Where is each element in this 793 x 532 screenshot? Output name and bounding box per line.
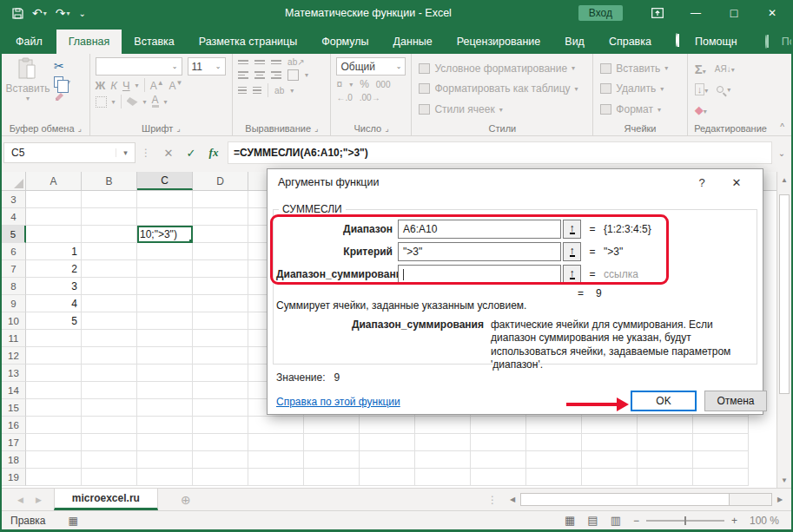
cell-A11[interactable] xyxy=(26,330,82,347)
horizontal-scroll-thumb[interactable] xyxy=(521,494,730,505)
cell-C7[interactable] xyxy=(137,260,193,278)
row-header-3[interactable]: 3 xyxy=(2,191,26,208)
increase-indent-icon[interactable] xyxy=(253,87,261,95)
cell-B17[interactable] xyxy=(82,434,137,451)
new-sheet-icon[interactable]: ⊕ xyxy=(158,489,214,510)
criteria-input[interactable]: ">3" xyxy=(398,242,561,261)
autosum-button[interactable]: Σ▾ xyxy=(695,62,706,76)
horizontal-scroll-track[interactable] xyxy=(520,493,772,506)
align-top-icon[interactable] xyxy=(238,60,248,64)
cell-C4[interactable] xyxy=(137,208,193,226)
name-box-dropdown-icon[interactable]: ▾ xyxy=(116,148,135,157)
cell-A14[interactable] xyxy=(26,382,82,399)
cell-B11[interactable] xyxy=(82,330,137,347)
cell-B16[interactable] xyxy=(82,417,137,434)
cell-C19[interactable] xyxy=(137,469,193,486)
cell-C17[interactable] xyxy=(137,434,193,451)
ok-button[interactable]: OK xyxy=(631,391,697,411)
cell-F18[interactable] xyxy=(304,451,360,469)
enter-formula-icon[interactable]: ✓ xyxy=(181,142,202,163)
format-as-table-button[interactable]: Форматировать как таблицу▾ xyxy=(419,82,585,95)
cell-C18[interactable] xyxy=(137,451,193,469)
cell-E18[interactable] xyxy=(248,451,304,469)
cell-D9[interactable] xyxy=(193,295,248,312)
cell-D17[interactable] xyxy=(193,434,248,451)
undo-dropdown-icon[interactable]: ▾ xyxy=(43,10,47,17)
cell-E17[interactable] xyxy=(248,434,304,451)
font-color-button[interactable]: A xyxy=(152,95,159,108)
fill-button[interactable]: ↓▾ xyxy=(695,83,709,95)
cell-A16[interactable] xyxy=(26,417,82,434)
paste-dropdown-icon[interactable]: ▾ xyxy=(26,95,30,102)
cell-A13[interactable] xyxy=(26,365,82,382)
zoom-slider-thumb[interactable] xyxy=(684,516,686,525)
cell-B8[interactable] xyxy=(82,278,137,295)
dialog-help-icon[interactable]: ? xyxy=(684,176,719,189)
sheet-tab-microexcel[interactable]: microexcel.ru xyxy=(54,489,158,510)
share-button[interactable]: Поделиться xyxy=(746,30,793,54)
cell-D10[interactable] xyxy=(193,312,248,330)
align-center-icon[interactable] xyxy=(254,71,265,79)
cell-L18[interactable] xyxy=(638,451,693,469)
select-all-corner[interactable] xyxy=(2,172,26,190)
wrap-text-icon[interactable]: ab xyxy=(274,86,284,95)
tab-insert[interactable]: Вставка xyxy=(122,30,186,54)
cell-G18[interactable] xyxy=(360,451,415,469)
borders-dropdown-icon[interactable]: ▾ xyxy=(112,98,116,106)
cell-M16[interactable] xyxy=(693,417,749,434)
cell-A18[interactable] xyxy=(26,451,82,469)
row-header-6[interactable]: 6 xyxy=(2,243,26,260)
cell-B4[interactable] xyxy=(82,208,137,226)
cell-A6[interactable]: 1 xyxy=(26,243,82,260)
cell-B18[interactable] xyxy=(82,451,137,469)
borders-icon[interactable] xyxy=(96,96,107,108)
row-header-5[interactable]: 5 xyxy=(2,226,26,243)
tabbar-splitter[interactable]: ⋮ xyxy=(480,489,505,510)
insert-function-icon[interactable]: fx xyxy=(203,142,224,163)
maximize-button[interactable]: □ xyxy=(715,0,753,26)
cell-B15[interactable] xyxy=(82,399,137,417)
name-box[interactable]: C5 ▾ xyxy=(3,142,135,163)
cell-A12[interactable] xyxy=(26,347,82,365)
cell-I16[interactable] xyxy=(471,417,526,434)
shrink-font-button[interactable]: A▼ xyxy=(169,79,183,92)
sign-in-button[interactable]: Вход xyxy=(578,5,623,21)
column-header-A[interactable]: A xyxy=(26,172,82,190)
cell-F17[interactable] xyxy=(304,434,360,451)
underline-button[interactable]: Ч xyxy=(122,79,130,92)
italic-button[interactable]: К xyxy=(110,79,117,92)
vertical-scroll-track[interactable] xyxy=(777,187,791,472)
cell-styles-button[interactable]: Стили ячеек▾ xyxy=(419,103,585,115)
cell-F16[interactable] xyxy=(304,417,360,434)
column-header-C[interactable]: C xyxy=(137,172,193,190)
cell-D6[interactable] xyxy=(193,243,248,260)
grow-font-button[interactable]: A▲ xyxy=(150,79,164,92)
fill-dropdown-icon[interactable]: ▾ xyxy=(143,98,147,106)
cell-E19[interactable] xyxy=(248,469,304,486)
normal-view-icon[interactable]: ▦ xyxy=(565,514,575,527)
cell-B13[interactable] xyxy=(82,365,137,382)
cell-B7[interactable] xyxy=(82,260,137,278)
cell-A9[interactable]: 4 xyxy=(26,295,82,312)
scroll-down-icon[interactable]: ▼ xyxy=(777,472,791,488)
cell-J18[interactable] xyxy=(526,451,582,469)
decrease-decimal-icon[interactable]: .00→ xyxy=(360,93,380,102)
clear-button[interactable]: ◆▾ xyxy=(695,103,707,116)
vertical-scroll-thumb[interactable] xyxy=(779,194,790,394)
collapse-ribbon-icon[interactable]: ^ xyxy=(773,119,791,135)
cell-B9[interactable] xyxy=(82,295,137,312)
cell-D11[interactable] xyxy=(193,330,248,347)
paste-button[interactable]: Вставить ▾ xyxy=(7,57,49,121)
row-header-16[interactable]: 16 xyxy=(2,417,26,434)
row-header-8[interactable]: 8 xyxy=(2,278,26,295)
range-picker-button[interactable]: ↑ xyxy=(563,220,581,239)
merge-center-icon[interactable] xyxy=(287,69,299,81)
cell-I18[interactable] xyxy=(471,451,526,469)
tab-assistant[interactable]: Помощн xyxy=(691,30,746,54)
cell-A4[interactable] xyxy=(26,208,82,226)
row-header-7[interactable]: 7 xyxy=(2,260,26,278)
dialog-close-icon[interactable]: ✕ xyxy=(719,176,754,189)
page-layout-view-icon[interactable]: ▤ xyxy=(587,514,598,527)
cell-C8[interactable] xyxy=(137,278,193,295)
tab-file[interactable]: Файл xyxy=(2,30,56,54)
